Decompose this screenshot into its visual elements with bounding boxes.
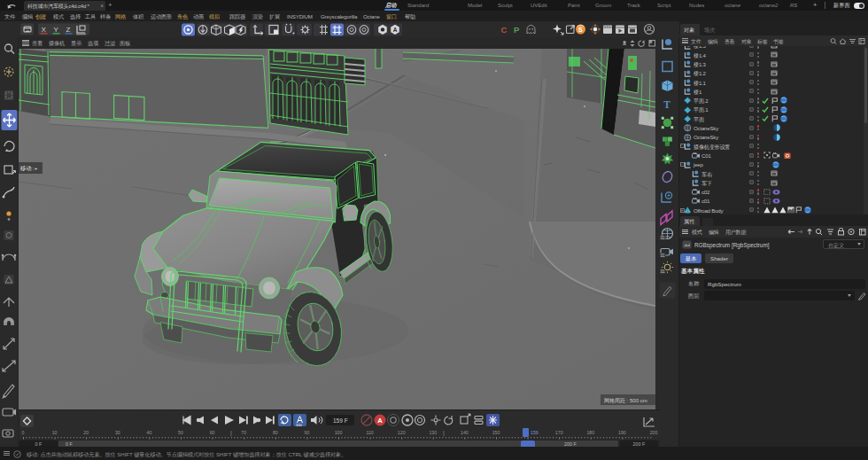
svg-text:180: 180 bbox=[586, 430, 594, 435]
svg-text:40: 40 bbox=[147, 430, 152, 435]
svg-text:159: 159 bbox=[531, 430, 539, 435]
svg-text:A: A bbox=[393, 27, 398, 33]
svg-text:120: 120 bbox=[398, 430, 406, 435]
svg-text:50: 50 bbox=[178, 430, 183, 435]
svg-text:150: 150 bbox=[492, 430, 500, 435]
svg-text:170: 170 bbox=[555, 430, 563, 435]
svg-text:70: 70 bbox=[241, 430, 246, 435]
svg-text:S: S bbox=[578, 26, 583, 34]
svg-text:60: 60 bbox=[210, 430, 215, 435]
svg-text:网格间距 : 500 cm: 网格间距 : 500 cm bbox=[604, 397, 647, 404]
svg-text:130: 130 bbox=[429, 430, 437, 435]
svg-text:移动 :+: 移动 :+ bbox=[20, 165, 38, 172]
svg-text:159 F: 159 F bbox=[333, 417, 348, 424]
svg-text:10: 10 bbox=[52, 430, 58, 435]
svg-text:31: 31 bbox=[661, 236, 666, 240]
svg-text:X: X bbox=[42, 26, 47, 34]
svg-text:20: 20 bbox=[83, 430, 89, 435]
svg-text:P: P bbox=[514, 25, 520, 35]
svg-text:190: 190 bbox=[618, 430, 626, 435]
svg-text:A: A bbox=[377, 417, 383, 425]
svg-text:Y: Y bbox=[54, 26, 59, 34]
svg-text:90: 90 bbox=[305, 430, 310, 435]
svg-text:100: 100 bbox=[296, 423, 302, 427]
svg-text:140: 140 bbox=[461, 430, 469, 435]
svg-text:0: 0 bbox=[22, 430, 25, 435]
svg-text:100: 100 bbox=[335, 430, 343, 435]
svg-text:200: 200 bbox=[650, 430, 658, 435]
svg-text:C: C bbox=[501, 25, 508, 35]
svg-text:30: 30 bbox=[115, 430, 120, 435]
svg-text:31: 31 bbox=[661, 269, 666, 274]
svg-text:110: 110 bbox=[366, 430, 373, 435]
svg-text:80: 80 bbox=[273, 430, 278, 435]
svg-text:T: T bbox=[663, 99, 670, 110]
svg-text:Z: Z bbox=[66, 26, 71, 34]
svg-text:31: 31 bbox=[661, 253, 666, 258]
